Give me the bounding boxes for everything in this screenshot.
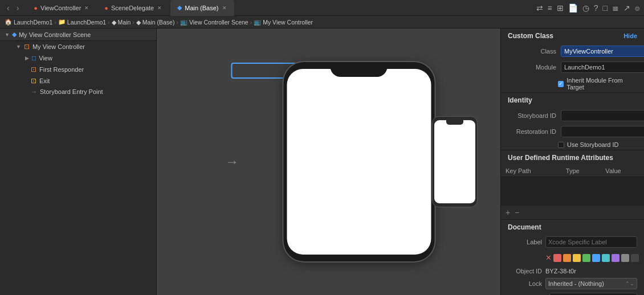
module-row: Module ⌄ bbox=[501, 59, 644, 75]
col-value: Value bbox=[601, 165, 644, 177]
swatch-yellow[interactable] bbox=[573, 254, 581, 262]
label-label: Label bbox=[508, 239, 542, 245]
identity-header: Identity bbox=[501, 93, 644, 108]
storyboard-id-input[interactable] bbox=[561, 110, 644, 121]
sidebar-label-view: View bbox=[39, 55, 52, 62]
label-row: Label bbox=[501, 235, 644, 249]
user-defined-header: User Defined Runtime Attributes bbox=[501, 150, 644, 165]
help-icon[interactable]: ? bbox=[594, 3, 598, 13]
sidebar-label-exit: Exit bbox=[39, 77, 50, 84]
object-id-value: BYZ-38-t0r bbox=[545, 268, 576, 274]
remove-attr-button[interactable]: − bbox=[515, 208, 519, 217]
inherit-row: ✓ Inherit Module From Target bbox=[501, 75, 644, 92]
sidebar-item-exit[interactable]: ⊡ Exit bbox=[0, 75, 156, 87]
lock-dropdown[interactable]: Inherited - (Nothing) ⌃⌄ bbox=[545, 278, 637, 289]
swatch-teal[interactable] bbox=[602, 254, 610, 262]
localizer-hint-row: Localizer Hint bbox=[501, 291, 644, 295]
breadcrumb-icon-3: ◆ bbox=[112, 19, 116, 26]
vc-icon: ⊡ bbox=[24, 43, 30, 51]
tab-viewcontroller[interactable]: ● ViewController ✕ bbox=[27, 0, 96, 16]
lock-value: Inherited - (Nothing) bbox=[548, 280, 623, 287]
identity-section: Identity Storyboard ID Restoration ID Us… bbox=[501, 93, 644, 150]
more-icon[interactable]: ⌾ bbox=[635, 3, 639, 13]
label-input[interactable] bbox=[545, 236, 637, 248]
breadcrumb-item-1[interactable]: LaunchDemo1 bbox=[14, 19, 52, 26]
scene-chevron: ▼ bbox=[5, 32, 10, 38]
clock-icon[interactable]: ◷ bbox=[582, 3, 589, 13]
breadcrumb-sep-1: › bbox=[54, 19, 56, 26]
main-area: ▼ ◆ My View Controller Scene ▼ ⊡ My View… bbox=[0, 28, 644, 295]
back-button[interactable]: ‹ bbox=[5, 2, 12, 14]
restoration-id-row: Restoration ID bbox=[501, 124, 644, 140]
phone-screen bbox=[287, 69, 431, 255]
tab-label-2: SceneDelegate bbox=[111, 5, 154, 11]
swatch-green[interactable] bbox=[582, 254, 590, 262]
module-input[interactable] bbox=[561, 62, 644, 73]
localizer-hint-input[interactable] bbox=[549, 293, 637, 295]
color-x-button[interactable]: ✕ bbox=[545, 253, 552, 262]
swatch-black[interactable] bbox=[631, 254, 639, 262]
table-actions: + − bbox=[501, 206, 644, 219]
tab-main-base[interactable]: ◆ Main (Base) ✕ bbox=[170, 0, 234, 16]
breadcrumb-sep-3: › bbox=[132, 19, 134, 26]
restoration-id-input[interactable] bbox=[561, 126, 644, 137]
list-icon[interactable]: ≣ bbox=[612, 3, 619, 13]
sidebar-label-responder: First Responder bbox=[39, 66, 84, 73]
add-attr-button[interactable]: + bbox=[506, 208, 510, 217]
tab-scenedelegate[interactable]: ● SceneDelegate ✕ bbox=[97, 0, 169, 16]
scene-title: My View Controller Scene bbox=[19, 31, 91, 38]
swatch-orange[interactable] bbox=[563, 254, 571, 262]
thumbnail-notch bbox=[446, 120, 463, 125]
forward-button[interactable]: › bbox=[14, 2, 22, 14]
tab-close-2[interactable]: ✕ bbox=[157, 5, 162, 11]
grid-icon[interactable]: ⊞ bbox=[557, 3, 564, 13]
tab-close-1[interactable]: ✕ bbox=[84, 5, 89, 11]
device-icon[interactable]: □ bbox=[603, 3, 608, 13]
custom-class-header: Custom Class Hide bbox=[501, 28, 644, 43]
swatch-dark-gray[interactable] bbox=[621, 254, 629, 262]
sidebar-label-entry: Storyboard Entry Point bbox=[40, 88, 103, 95]
swatch-purple[interactable] bbox=[612, 254, 619, 262]
breadcrumb-item-6[interactable]: My View Controller bbox=[263, 19, 313, 26]
arrow-icon[interactable]: ↗ bbox=[623, 3, 630, 13]
breadcrumb-icon-6: 📺 bbox=[254, 18, 261, 26]
inherit-checkbox[interactable]: ✓ bbox=[558, 81, 564, 87]
storyboard-id-row: Storyboard ID bbox=[501, 108, 644, 124]
class-label: Class bbox=[508, 48, 556, 55]
toolbar-right: ⇄ ≡ ⊞ 📄 ◷ ? □ ≣ ↗ ⌾ bbox=[536, 3, 639, 13]
breadcrumb-item-2[interactable]: LaunchDemo1 bbox=[67, 19, 106, 26]
custom-class-title: Custom Class bbox=[508, 32, 553, 40]
file-icon[interactable]: 📄 bbox=[568, 3, 578, 13]
color-swatches-row: ✕ bbox=[501, 249, 644, 266]
user-defined-section: User Defined Runtime Attributes Key Path… bbox=[501, 150, 644, 220]
refresh-icon[interactable]: ⇄ bbox=[536, 3, 543, 13]
breadcrumb-item-4[interactable]: Main (Base) bbox=[142, 19, 175, 26]
col-type: Type bbox=[561, 165, 601, 177]
hide-button[interactable]: Hide bbox=[623, 32, 637, 39]
use-storyboard-checkbox[interactable] bbox=[558, 142, 564, 148]
phone-mockup bbox=[283, 62, 434, 261]
breadcrumb-icon-4: ◆ bbox=[136, 19, 141, 26]
tab-close-3[interactable]: ✕ bbox=[222, 5, 227, 11]
canvas-area[interactable]: → bbox=[157, 28, 500, 295]
document-header: Document bbox=[501, 220, 644, 235]
class-input[interactable] bbox=[561, 46, 644, 57]
sidebar-label-myvc: My View Controller bbox=[32, 43, 85, 50]
document-section: Document Label ✕ bbox=[501, 220, 644, 295]
identity-title: Identity bbox=[508, 96, 532, 104]
tab-label-1: ViewController bbox=[40, 5, 81, 11]
swatch-red[interactable] bbox=[553, 254, 561, 262]
sidebar-item-view[interactable]: ▶ □ View bbox=[0, 52, 156, 64]
scene-header[interactable]: ▼ ◆ My View Controller Scene bbox=[0, 28, 156, 41]
sidebar-item-responder[interactable]: ⊡ First Responder bbox=[0, 64, 156, 75]
sidebar-item-myvc[interactable]: ▼ ⊡ My View Controller bbox=[0, 41, 156, 52]
lock-label: Lock bbox=[508, 280, 542, 287]
breadcrumb-item-5[interactable]: View Controller Scene bbox=[189, 19, 248, 26]
swatch-blue[interactable] bbox=[592, 254, 600, 262]
use-storyboard-label: Use Storyboard ID bbox=[567, 141, 618, 148]
phone-notch bbox=[331, 62, 388, 77]
sidebar-item-storyboard-entry[interactable]: → Storyboard Entry Point bbox=[0, 87, 156, 97]
breadcrumb-item-3[interactable]: Main bbox=[118, 19, 131, 26]
custom-class-section: Custom Class Hide Class ⌄ Module ⌄ ✓ Inh bbox=[501, 28, 644, 93]
lines-icon[interactable]: ≡ bbox=[548, 3, 552, 13]
